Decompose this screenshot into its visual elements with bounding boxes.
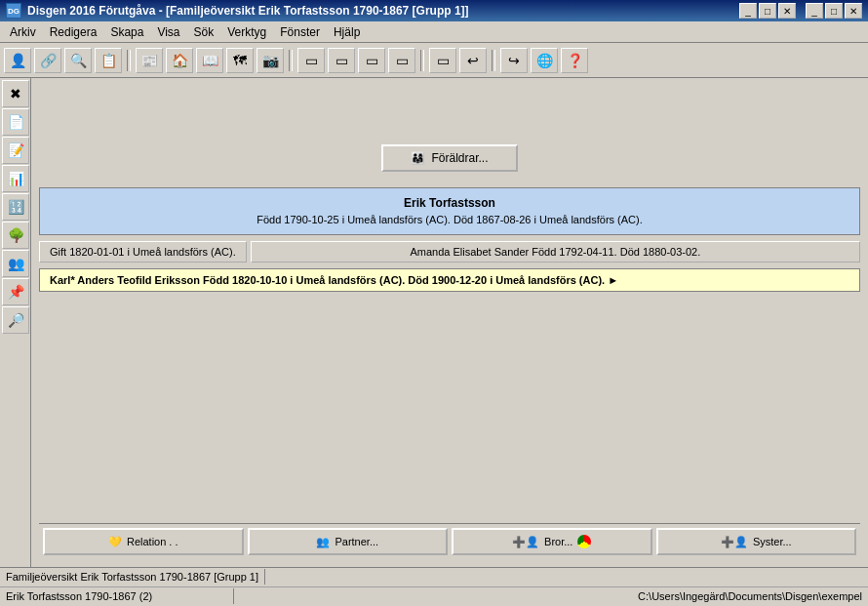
relation-button[interactable]: 💛 Relation . . <box>43 528 244 555</box>
spinner-icon <box>577 535 591 548</box>
toolbar-btn-1[interactable]: 🔗 <box>34 48 61 73</box>
sidebar-btn-1[interactable]: 📄 <box>2 108 29 136</box>
left-sidebar: ✖📄📝📊🔢🌳👥📌🔎 <box>0 78 31 567</box>
toolbar-btn-8[interactable]: 📷 <box>256 48 284 73</box>
toolbar-btn-2[interactable]: 🔍 <box>64 48 92 73</box>
partner-icon: 👥 <box>316 536 330 548</box>
close-button[interactable]: ✕ <box>778 3 796 19</box>
relation-label: Relation . . <box>127 536 178 547</box>
menu-item-fönster[interactable]: Fönster <box>274 23 326 41</box>
toolbar-btn-4[interactable]: 📰 <box>136 48 163 73</box>
status-row2: Erik Torfastsson 1790-1867 (2) C:\Users\… <box>0 587 868 606</box>
brother-label: Bror... <box>544 536 572 547</box>
minimize-button[interactable]: _ <box>739 3 757 19</box>
app-icon: DG <box>6 3 21 19</box>
sister-icon: ➕👤 <box>721 536 748 548</box>
status-person: Erik Torfastsson 1790-1867 (2) <box>0 588 234 604</box>
maximize-button[interactable]: □ <box>759 3 776 19</box>
status-path: C:\Users\Ingegärd\Documents\Disgen\exemp… <box>632 588 868 604</box>
parents-icon: 👨‍👩‍👧 <box>411 151 425 165</box>
sidebar-btn-0[interactable]: ✖ <box>2 80 29 107</box>
status-row1: Familjeöversikt Erik Torfastsson 1790-18… <box>0 568 868 587</box>
toolbar-btn-15[interactable]: ↪ <box>500 48 528 73</box>
toolbar-separator <box>127 50 131 71</box>
app-body: ✖📄📝📊🔢🌳👥📌🔎 👨‍👩‍👧 Föräldrar... Erik Torfas… <box>0 78 868 567</box>
parents-label: Föräldrar... <box>431 151 488 165</box>
sidebar-btn-5[interactable]: 🌳 <box>2 222 29 249</box>
toolbar-btn-3[interactable]: 📋 <box>95 48 122 73</box>
status-bar-inner: Familjeöversikt Erik Torfastsson 1790-18… <box>0 568 868 606</box>
sidebar-btn-6[interactable]: 👥 <box>2 250 29 277</box>
toolbar-btn-17[interactable]: ❓ <box>561 48 588 73</box>
bottom-buttons: 💛 Relation . . 👥 Partner... ➕👤 Bror... ➕… <box>39 523 860 559</box>
spacer <box>39 298 860 518</box>
status-view: Familjeöversikt Erik Torfastsson 1790-18… <box>0 569 265 585</box>
sidebar-btn-8[interactable]: 🔎 <box>2 306 29 334</box>
brother-icon: ➕👤 <box>512 536 539 548</box>
menu-item-redigera[interactable]: Redigera <box>44 23 103 41</box>
toolbar-separator <box>420 50 424 71</box>
toolbar-btn-6[interactable]: 📖 <box>196 48 223 73</box>
toolbar-btn-16[interactable]: 🌐 <box>531 48 558 73</box>
partner-label: Partner... <box>335 536 378 547</box>
inner-minimize-button[interactable]: _ <box>806 3 823 19</box>
menu-item-hjälp[interactable]: Hjälp <box>328 23 366 41</box>
toolbar-separator <box>289 50 293 71</box>
title-bar-controls: _ □ ✕ _ □ ✕ <box>739 3 862 19</box>
menu-item-skapa[interactable]: Skapa <box>104 23 149 41</box>
partner-panel[interactable]: Amanda Elisabet Sander Född 1792-04-11. … <box>251 241 860 263</box>
toolbar-btn-14[interactable]: ↩ <box>459 48 487 73</box>
sidebar-btn-4[interactable]: 🔢 <box>2 193 29 221</box>
parents-area: 👨‍👩‍👧 Föräldrar... <box>39 86 860 182</box>
parents-button[interactable]: 👨‍👩‍👧 Föräldrar... <box>381 144 518 172</box>
toolbar-btn-10[interactable]: ▭ <box>328 48 355 73</box>
menu-bar: ArkivRedigeraSkapaVisaSökVerktygFönsterH… <box>0 21 868 43</box>
sidebar-btn-3[interactable]: 📊 <box>2 165 29 192</box>
partner-button[interactable]: 👥 Partner... <box>248 528 449 555</box>
person-panel[interactable]: Erik Torfastsson Född 1790-10-25 i Umeå … <box>39 187 860 235</box>
toolbar-btn-0[interactable]: 👤 <box>4 48 31 73</box>
sister-label: Syster... <box>753 536 792 547</box>
toolbar-btn-11[interactable]: ▭ <box>358 48 385 73</box>
sister-button[interactable]: ➕👤 Syster... <box>656 528 857 555</box>
inner-maximize-button[interactable]: □ <box>825 3 843 19</box>
toolbar-separator <box>492 50 495 71</box>
marriage-row: Gift 1820-01-01 i Umeå landsförs (AC). A… <box>39 241 860 263</box>
child-row[interactable]: Karl* Anders Teofild Eriksson Född 1820-… <box>39 268 860 292</box>
window-title: Disgen 2016 Förutgåva - [Familjeöversikt… <box>27 4 469 18</box>
toolbar-btn-5[interactable]: 🏠 <box>166 48 193 73</box>
sidebar-btn-2[interactable]: 📝 <box>2 137 29 164</box>
title-bar: DG Disgen 2016 Förutgåva - [Familjeövers… <box>0 0 868 21</box>
sidebar-btn-7[interactable]: 📌 <box>2 278 29 305</box>
main-content: 👨‍👩‍👧 Föräldrar... Erik Torfastsson Född… <box>31 78 868 567</box>
menu-item-verktyg[interactable]: Verktyg <box>221 23 272 41</box>
menu-item-arkiv[interactable]: Arkiv <box>4 23 42 41</box>
person-name: Erik Torfastsson <box>50 194 849 212</box>
person-details: Född 1790-10-25 i Umeå landsförs (AC). D… <box>50 212 849 228</box>
title-bar-left: DG Disgen 2016 Förutgåva - [Familjeövers… <box>6 3 469 19</box>
brother-button[interactable]: ➕👤 Bror... <box>452 528 652 555</box>
toolbar-btn-12[interactable]: ▭ <box>388 48 415 73</box>
toolbar-btn-7[interactable]: 🗺 <box>226 48 254 73</box>
app-icon-text: DG <box>8 7 20 16</box>
toolbar-btn-13[interactable]: ▭ <box>429 48 456 73</box>
menu-item-sök[interactable]: Sök <box>188 23 220 41</box>
toolbar: 👤🔗🔍📋📰🏠📖🗺📷▭▭▭▭▭↩↪🌐❓ <box>0 43 868 78</box>
status-bar: Familjeöversikt Erik Torfastsson 1790-18… <box>0 567 868 606</box>
relation-icon: 💛 <box>108 536 122 548</box>
inner-close-button[interactable]: ✕ <box>845 3 862 19</box>
menu-item-visa[interactable]: Visa <box>151 23 185 41</box>
toolbar-btn-9[interactable]: ▭ <box>297 48 325 73</box>
marriage-button[interactable]: Gift 1820-01-01 i Umeå landsförs (AC). <box>39 241 247 263</box>
